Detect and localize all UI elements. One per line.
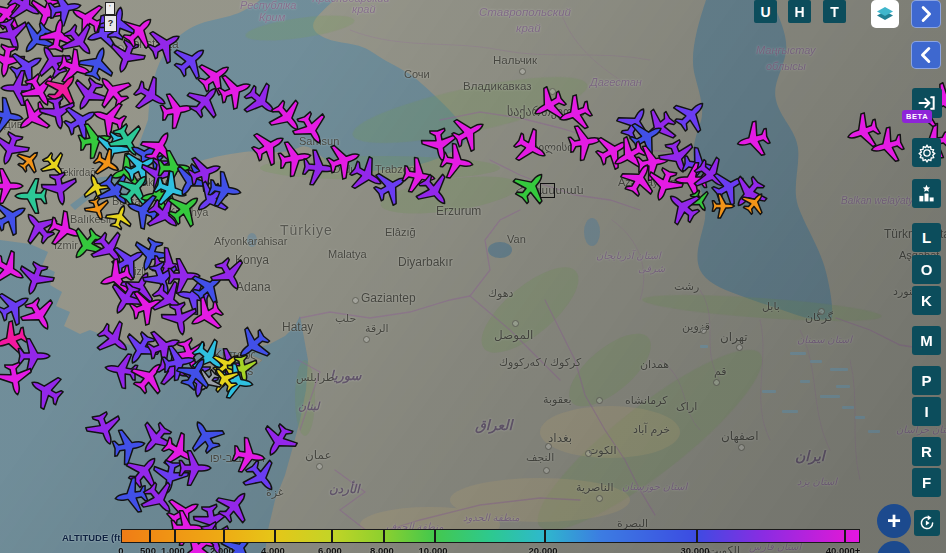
chevron-left-icon: [916, 45, 936, 65]
filter-button-i[interactable]: I: [912, 397, 941, 426]
aircraft-icon[interactable]: [112, 476, 149, 515]
flight-map-app: { "colors":{ "teal_button":"#0c4d5c","bl…: [0, 0, 946, 553]
filter-button-k[interactable]: K: [912, 286, 941, 315]
filter-button-r[interactable]: R: [912, 437, 941, 466]
zoom-in-button[interactable]: +: [877, 504, 911, 538]
aircraft-icon[interactable]: [733, 119, 772, 161]
filter-button-l[interactable]: L: [912, 223, 941, 252]
gear-icon: [917, 143, 937, 163]
aircraft-layer: [0, 0, 946, 553]
aircraft-icon[interactable]: [509, 125, 554, 171]
top-button-h[interactable]: H: [788, 0, 811, 23]
unknown-marker-body: ?: [104, 15, 117, 32]
aircraft-icon[interactable]: [83, 408, 126, 450]
layers-icon: [873, 2, 897, 26]
chevron-right-icon: [916, 4, 936, 24]
aircraft-icon[interactable]: [14, 258, 57, 300]
top-button-t[interactable]: T: [823, 0, 846, 23]
top-button-u[interactable]: U: [754, 0, 777, 23]
aircraft-icon[interactable]: [143, 22, 188, 68]
aircraft-icon[interactable]: [668, 91, 715, 138]
filter-button-p[interactable]: P: [912, 366, 941, 395]
panel-collapse-button[interactable]: [911, 41, 941, 69]
aircraft-icon[interactable]: [277, 138, 314, 177]
aircraft-icon[interactable]: [168, 37, 214, 84]
replay-icon: [918, 514, 936, 532]
stats-star-icon: [917, 184, 936, 203]
filter-button-f[interactable]: F: [912, 468, 941, 497]
aircraft-icon[interactable]: [23, 368, 68, 414]
aircraft-icon[interactable]: [18, 339, 50, 374]
panel-expand-button[interactable]: [911, 0, 941, 28]
unknown-marker-antenna: ': [105, 2, 115, 15]
filter-button-m[interactable]: M: [912, 326, 941, 355]
selected-aircraft-box[interactable]: [540, 183, 555, 198]
aircraft-icon[interactable]: [83, 195, 113, 224]
unknown-object-marker[interactable]: ' ?: [104, 2, 116, 32]
map-layers-button[interactable]: [871, 0, 899, 28]
settings-button[interactable]: [912, 138, 941, 167]
filter-button-o[interactable]: O: [912, 255, 941, 284]
aircraft-icon[interactable]: [111, 426, 148, 465]
beta-badge: BETA: [902, 110, 932, 123]
leaderboard-button[interactable]: [912, 179, 941, 208]
aircraft-icon[interactable]: [323, 139, 365, 182]
playback-button[interactable]: [914, 510, 940, 536]
aircraft-icon[interactable]: [526, 83, 571, 129]
